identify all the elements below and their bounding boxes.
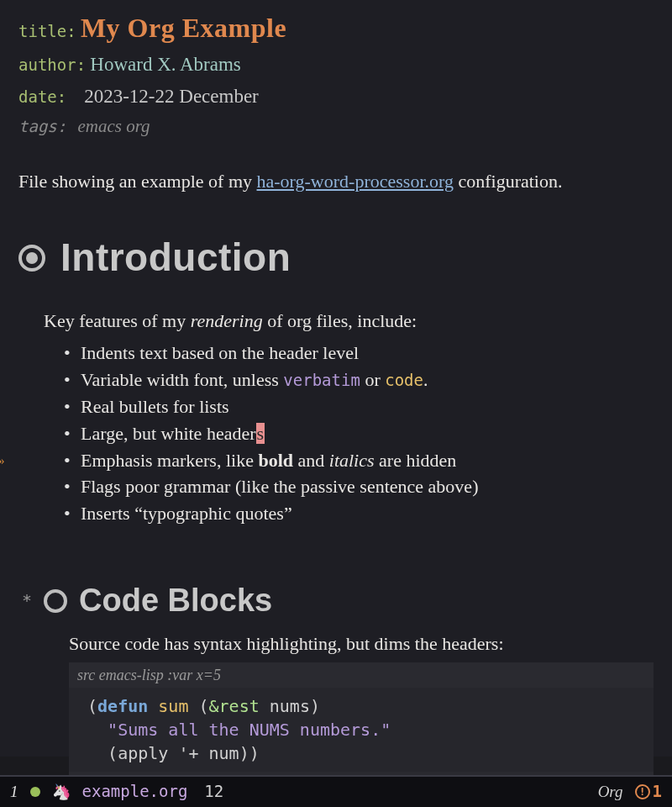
buffer-state-icon [30, 787, 40, 797]
meta-key-tags: tags: [18, 117, 66, 135]
intro-body: Key features of my rendering of org file… [44, 308, 654, 527]
code-section-body: Source code has syntax highlighting, but… [69, 630, 654, 797]
document-title: My Org Example [81, 13, 286, 43]
warning-icon: ! [635, 784, 650, 799]
buffer-filename[interactable]: example.org [82, 780, 188, 804]
meta-date-line: date: 2023-12-22 December [18, 82, 654, 110]
window-number: 1 [10, 780, 18, 804]
document-date: 2023-12-22 December [84, 86, 259, 107]
meta-tags-line: tags: emacs org [18, 113, 654, 139]
list-item: Real bullets for lists [64, 393, 654, 420]
major-mode-icon: 🦄 [52, 781, 71, 803]
text-cursor: s [256, 423, 265, 444]
docstring: "Sums all the NUMS numbers." [108, 720, 391, 740]
meta-key-date: date: [18, 87, 66, 106]
heading-text: Introduction [60, 229, 291, 286]
document-tags: emacs org [77, 116, 150, 136]
list-item: Indents text based on the header level [64, 340, 654, 367]
features-intro: Key features of my rendering of org file… [44, 308, 654, 335]
meta-author-line: author: Howard X. Abrams [18, 50, 654, 78]
list-item: Large, but white headers [64, 420, 654, 447]
heading-text: Code Blocks [79, 578, 272, 624]
major-mode-name[interactable]: Org [598, 780, 623, 804]
list-item: » Emphasis markers, like bold and italic… [64, 447, 654, 474]
verbatim-text: verbatim [283, 371, 360, 389]
meta-key-author: author: [18, 55, 86, 74]
mode-line[interactable]: 1 🦄 example.org 12 Org !1 [0, 775, 672, 807]
editor-buffer[interactable]: title: My Org Example author: Howard X. … [0, 0, 672, 757]
source-block-header: src emacs-lisp :var x=5 [69, 662, 654, 688]
list-item: Inserts “typographic quotes” [64, 500, 654, 527]
meta-title-line: title: My Org Example [18, 8, 654, 47]
heading-bullet-icon [18, 245, 45, 272]
heading-bullet-icon [44, 589, 67, 613]
code-intro-paragraph: Source code has syntax highlighting, but… [69, 630, 654, 657]
heading-introduction[interactable]: Introduction [18, 229, 654, 286]
flycheck-indicator[interactable]: !1 [635, 780, 662, 804]
meta-key-title: title: [18, 22, 76, 40]
config-link[interactable]: ha-org-word-processor.org [257, 171, 454, 192]
intro-paragraph: File showing an example of my ha-org-wor… [18, 168, 654, 195]
feature-list: Indents text based on the header level V… [64, 340, 654, 527]
source-block-body: (defun sum (&rest nums) "Sums all the NU… [69, 688, 654, 772]
document-author: Howard X. Abrams [90, 54, 241, 75]
list-item: Variable width font, unless verbatim or … [64, 367, 654, 393]
code-text: code [385, 371, 423, 389]
list-item: Flags poor grammar (like the passive sen… [64, 473, 654, 500]
function-name: sum [158, 696, 188, 716]
line-number: 12 [204, 780, 223, 804]
heading-star-icon: * [22, 588, 32, 613]
heading-code-blocks[interactable]: * Code Blocks [22, 578, 654, 624]
fringe-indicator-icon: » [0, 452, 5, 471]
keyword-defun: defun [97, 696, 148, 716]
